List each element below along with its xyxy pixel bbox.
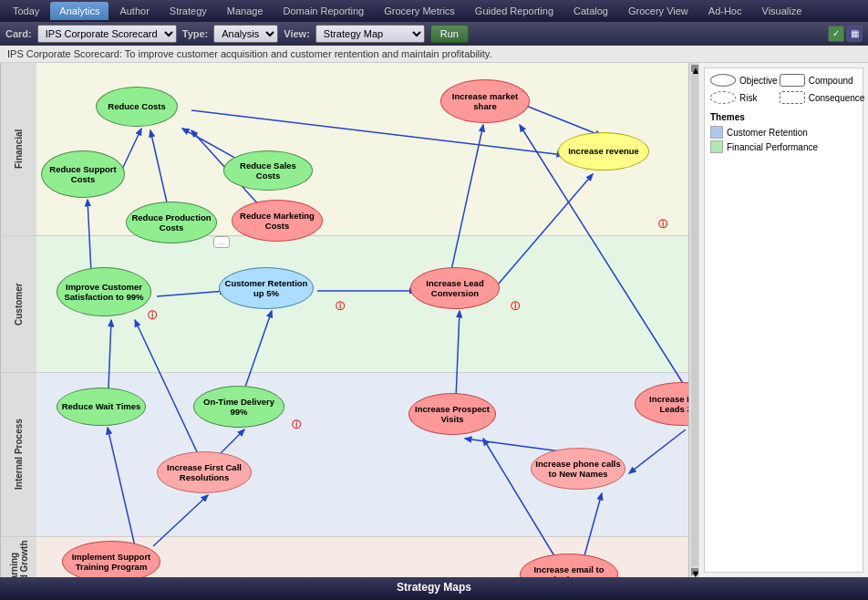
node-reduce-marketing[interactable]: Reduce Marketing Costs [232, 200, 323, 242]
status-text: Strategy Maps [397, 581, 471, 594]
lane-financial-label: Financial [0, 63, 36, 235]
theme-customer-label: Customer Retention [727, 128, 808, 138]
node-increase-market-share[interactable]: Increase market share [440, 79, 530, 123]
card-select[interactable]: IPS Corporate Scorecard [37, 25, 177, 43]
theme-financial-label: Financial Performance [727, 142, 818, 152]
scroll-bar[interactable]: ▲ ▼ [688, 63, 699, 577]
scroll-track [691, 74, 698, 566]
node-reduce-sales[interactable]: Reduce Sales Costs [223, 150, 313, 191]
view-label: View: [284, 28, 310, 39]
consequence-icon [780, 91, 805, 104]
toolbar: Card: IPS Corporate Scorecard Type: Anal… [0, 22, 868, 46]
node-increase-phone[interactable]: Increase phone calls to New Names [531, 448, 625, 490]
warning-icon-2: ⓘ [336, 300, 345, 313]
tab-grocery-metrics[interactable]: Grocery Metrics [375, 2, 464, 20]
tab-analytics[interactable]: Analytics [50, 2, 108, 20]
grid-icon[interactable]: ▦ [846, 26, 863, 42]
legend-risk: Risk [710, 91, 778, 104]
node-improve-customer[interactable]: Improve Customer Satisfaction to 99% [57, 267, 151, 316]
type-label: Type: [182, 28, 209, 39]
check-icon[interactable]: ✓ [828, 26, 844, 42]
main-content: Financial Customer Internal Process Lear… [0, 63, 868, 577]
theme-customer-icon [710, 126, 723, 139]
legend-consequence: Consequence [780, 91, 865, 104]
map-area: Financial Customer Internal Process Lear… [0, 63, 688, 577]
run-button[interactable]: Run [430, 25, 469, 43]
node-reduce-wait[interactable]: Reduce Wait Times [57, 388, 146, 426]
node-implement-support[interactable]: Implement Support Training Program [62, 541, 160, 577]
scroll-up[interactable]: ▲ [691, 65, 698, 72]
node-increase-lead[interactable]: Increase Lead Conversion [410, 267, 500, 309]
compound-icon [780, 74, 805, 87]
theme-financial-icon [710, 140, 723, 153]
lane-learning-label: Learning and Growth [0, 537, 36, 577]
legend-compound: Compound [780, 74, 865, 87]
theme-financial: Financial Performance [710, 140, 857, 153]
tab-domain-reporting[interactable]: Domain Reporting [274, 2, 374, 20]
app-container: Today Analytics Author Strategy Manage D… [0, 0, 868, 597]
tab-visualize[interactable]: Visualize [753, 2, 811, 20]
compound-label: Compound [809, 76, 853, 86]
tab-strategy[interactable]: Strategy [160, 2, 216, 20]
info-text: IPS Corporate Scorecard: To improve cust… [7, 48, 492, 59]
type-select[interactable]: Analysis [213, 25, 278, 43]
warning-icon-1: ⓘ [148, 309, 157, 322]
lane-internal-label: Internal Process [0, 373, 36, 536]
legend-objective: Objective [710, 74, 778, 87]
tab-grocery-view[interactable]: Grocery View [619, 2, 698, 20]
node-increase-first-call[interactable]: Increase First Call Resolutions [157, 451, 252, 493]
view-select[interactable]: Strategy Map [315, 25, 425, 43]
theme-customer: Customer Retention [710, 126, 857, 139]
comment-bubble: … [213, 236, 230, 248]
themes-title: Themes [710, 112, 857, 122]
consequence-label: Consequence [809, 93, 865, 103]
node-reduce-production[interactable]: Reduce Production Costs [126, 202, 217, 243]
node-customer-retention[interactable]: Customer Retention up 5% [219, 267, 314, 309]
node-increase-revenue[interactable]: Increase revenue [558, 132, 649, 171]
node-ontime-delivery[interactable]: On-Time Delivery 99% [193, 386, 284, 428]
node-reduce-costs[interactable]: Reduce Costs [96, 87, 178, 127]
objective-label: Objective [739, 76, 778, 86]
tab-today[interactable]: Today [4, 2, 48, 20]
status-bar: Strategy Maps [0, 577, 868, 597]
scroll-down[interactable]: ▼ [691, 568, 698, 575]
tab-author[interactable]: Author [110, 2, 158, 20]
themes-section: Themes Customer Retention Financial Perf… [710, 112, 857, 153]
warning-icon-3: ⓘ [511, 300, 520, 313]
tab-catalog[interactable]: Catalog [564, 2, 617, 20]
card-label: Card: [5, 28, 32, 39]
tab-adhoc[interactable]: Ad-Hoc [699, 2, 751, 20]
node-increase-prospect[interactable]: Increase Prospect Visits [408, 393, 496, 435]
risk-label: Risk [739, 93, 757, 103]
info-bar: IPS Corporate Scorecard: To improve cust… [0, 46, 868, 63]
toolbar-icons: ✓ ▦ [828, 26, 863, 42]
objective-icon [710, 74, 736, 87]
warning-icon-5: ⓘ [658, 218, 667, 231]
node-reduce-support[interactable]: Reduce Support Costs [41, 150, 125, 198]
tab-guided-reporting[interactable]: Guided Reporting [466, 2, 563, 20]
tab-manage[interactable]: Manage [218, 2, 273, 20]
nav-bar: Today Analytics Author Strategy Manage D… [0, 0, 868, 22]
warning-icon-4: ⓘ [292, 419, 301, 431]
risk-icon [710, 91, 736, 104]
lane-customer-label: Customer [0, 236, 36, 372]
legend: Objective Compound Risk Consequence Them… [704, 67, 863, 573]
